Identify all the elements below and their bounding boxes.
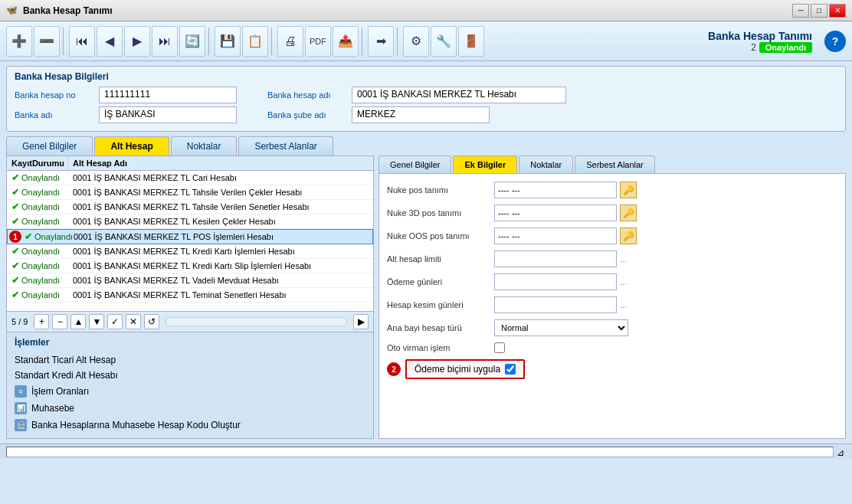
odeme-bicimi-checkbox[interactable] [505, 364, 516, 375]
print-preview-button[interactable]: PDF [305, 26, 331, 57]
table-row[interactable]: ✔ Onaylandı 0001 İŞ BANKASI MERKEZ TL Kr… [7, 244, 373, 259]
row-name-3: 0001 İŞ BANKASI MERKEZ TL Tahsile Verile… [68, 201, 373, 213]
oto-virman-checkbox[interactable] [494, 342, 505, 353]
nuke-pos-input[interactable] [494, 182, 617, 198]
ana-bayi-select[interactable]: Normal [494, 319, 628, 336]
ana-bayi-label: Ana bayi hesap türü [387, 323, 494, 332]
form-row-odeme-gunleri: Ödeme günleri ... [387, 273, 837, 290]
right-tab-genel[interactable]: Genel Bilgiler [378, 155, 451, 173]
two-pane-layout: KayıtDurumu Alt Hesap Adı ✔ Onaylandı 00… [6, 155, 846, 439]
status-bar-grip: ⊿ [837, 447, 846, 457]
settings-button[interactable]: ⚙ [403, 26, 429, 57]
save-button[interactable]: 💾 [215, 26, 241, 57]
status-bar: ⊿ [0, 443, 852, 459]
nuke-oos-btn[interactable]: 🔑 [620, 227, 637, 244]
right-tabs: Genel Bilgiler Ek Bilgiler Noktalar Serb… [378, 155, 846, 173]
right-tab-ek[interactable]: Ek Bilgiler [453, 155, 517, 173]
table-header: KayıtDurumu Alt Hesap Adı [7, 156, 373, 171]
confirm-row-button[interactable]: ✓ [107, 314, 123, 329]
ana-bayi-value: Normal [494, 319, 837, 336]
first-button[interactable]: ⏮ [69, 26, 95, 57]
hesap-kesim-dots: ... [620, 300, 627, 309]
tab-alt-hesap[interactable]: Alt Hesap [94, 136, 169, 155]
row-name-9: 0001 İŞ BANKASI MERKEZ TL Teminat Senetl… [68, 289, 373, 301]
print-button[interactable]: 🖨 [277, 26, 303, 57]
last-button[interactable]: ⏭ [152, 26, 178, 57]
tools-button[interactable]: 🔧 [431, 26, 457, 57]
op-item-standart-kredi[interactable]: Standart Kredi Alt Hesabı [15, 368, 365, 383]
col-header-name: Alt Hesap Adı [68, 156, 373, 170]
save-as-button[interactable]: 📋 [242, 26, 268, 57]
row-status-3: ✔ Onaylandı [7, 200, 68, 214]
banka-hesap-no-label: Banka hesap no [15, 90, 84, 100]
pagination-label: 5 / 9 [11, 317, 28, 326]
refresh-button[interactable]: 🔄 [179, 26, 205, 57]
row-status-9: ✔ Onaylandı [7, 288, 68, 302]
row-status-6: ✔ Onaylandı [7, 244, 68, 258]
table-row[interactable]: ✔ Onaylandı 0001 İŞ BANKASI MERKEZ TL Ta… [7, 200, 373, 214]
table-row[interactable]: ✔ Onaylandı 0001 İŞ BANKASI MERKEZ TL Ta… [7, 185, 373, 200]
table-row[interactable]: ✔ Onaylandı 0001 İŞ BANKASI MERKEZ TL Va… [7, 273, 373, 288]
scroll-right-button[interactable]: ▶ [353, 314, 369, 329]
app-subtitle: 2 Onaylandı [751, 42, 812, 53]
hesap-kesim-input[interactable] [494, 296, 617, 313]
nuke-pos-btn[interactable]: 🔑 [620, 182, 637, 198]
info-row-1: Banka hesap no 111111111 Banka hesap adı… [15, 87, 837, 103]
close-button[interactable]: ✕ [829, 4, 846, 18]
islem-oranlari-icon: ≡ [15, 385, 27, 398]
op-label-muhasebe: Muhasebe [31, 403, 74, 414]
title-bar: 🦋 Banka Hesap Tanımı ─ □ ✕ [0, 0, 852, 21]
table-row[interactable]: ✔ Onaylandı 0001 İŞ BANKASI MERKEZ TL Kr… [7, 259, 373, 273]
tab-serbest-alanlar[interactable]: Serbest Alanlar [238, 136, 333, 155]
form-row-hesap-kesim: Hesap kesim günleri ... [387, 296, 837, 313]
op-item-muhasebe-kod[interactable]: 🏦 Banka Hesaplarına Muhasebe Hesap Kodu … [15, 417, 365, 434]
prev-button[interactable]: ◀ [97, 26, 123, 57]
remove-button[interactable]: ➖ [34, 26, 60, 57]
export-button[interactable]: 📤 [333, 26, 359, 57]
right-tab-noktalar[interactable]: Noktalar [519, 155, 573, 173]
op-item-islem-oranlari[interactable]: ≡ İşlem Oranları [15, 383, 365, 400]
refresh-row-button[interactable]: ↺ [144, 314, 159, 329]
nuke-oos-input[interactable] [494, 227, 617, 244]
up-row-button[interactable]: ▲ [70, 314, 86, 329]
tab-genel-bilgiler[interactable]: Genel Bilgiler [6, 136, 93, 155]
left-toolbar: 5 / 9 + − ▲ ▼ ✓ ✕ ↺ ▶ [6, 312, 374, 332]
odeme-gunleri-input[interactable] [494, 273, 617, 290]
op-label-islem-oranlari: İşlem Oranları [31, 386, 89, 397]
op-label-standart-kredi: Standart Kredi Alt Hesabı [15, 370, 118, 381]
forward-button[interactable]: ➡ [368, 26, 394, 57]
col-header-status: KayıtDurumu [7, 156, 68, 170]
alt-hesap-limiti-input[interactable] [494, 250, 617, 267]
nuke-oos-value: 🔑 [494, 227, 837, 244]
cancel-row-button[interactable]: ✕ [126, 314, 141, 329]
add-row-button[interactable]: + [34, 314, 49, 329]
row-name-7: 0001 İŞ BANKASI MERKEZ TL Kredi Kartı Sl… [68, 260, 373, 272]
op-item-muhasebe[interactable]: 📊 Muhasebe [15, 400, 365, 417]
help-button[interactable]: ? [824, 31, 846, 52]
exit-button[interactable]: 🚪 [458, 26, 484, 57]
row-name-6: 0001 İŞ BANKASI MERKEZ TL Kredi Kartı İş… [68, 245, 373, 257]
nuke-3d-btn[interactable]: 🔑 [620, 205, 637, 221]
right-content: Nuke pos tanımı 🔑 Nuke 3D pos tanımı 🔑 [378, 173, 846, 439]
table-row[interactable]: ✔ Onaylandı 0001 İŞ BANKASI MERKEZ TL Ca… [7, 171, 373, 185]
nuke-3d-value: 🔑 [494, 205, 837, 221]
toolbar-separator-3 [271, 28, 274, 55]
add-button[interactable]: ➕ [6, 26, 32, 57]
minimize-button[interactable]: ─ [792, 4, 809, 18]
table-row[interactable]: ✔ Onaylandı 0001 İŞ BANKASI MERKEZ TL Te… [7, 288, 373, 303]
status-badge: Onaylandı [759, 42, 812, 53]
op-item-standart-ticari[interactable]: Standart Ticari Alt Hesap [15, 352, 365, 368]
horizontal-scrollbar[interactable] [165, 317, 347, 326]
toolbar-separator-2 [208, 28, 211, 55]
down-row-button[interactable]: ▼ [89, 314, 104, 329]
toolbar-separator-4 [362, 28, 365, 55]
remove-row-button[interactable]: − [52, 314, 67, 329]
table-row-selected[interactable]: 1 ✔ Onaylandı 0001 İŞ BANKASI MERKEZ TL … [7, 229, 373, 244]
right-tab-serbest[interactable]: Serbest Alanlar [575, 155, 655, 173]
nuke-3d-input[interactable] [494, 205, 617, 221]
tab-noktalar[interactable]: Noktalar [171, 136, 238, 155]
row-name-8: 0001 İŞ BANKASI MERKEZ TL Vadeli Mevduat… [68, 274, 373, 286]
next-button[interactable]: ▶ [124, 26, 150, 57]
table-row[interactable]: ✔ Onaylandı 0001 İŞ BANKASI MERKEZ TL Ke… [7, 214, 373, 229]
maximize-button[interactable]: □ [811, 4, 827, 18]
